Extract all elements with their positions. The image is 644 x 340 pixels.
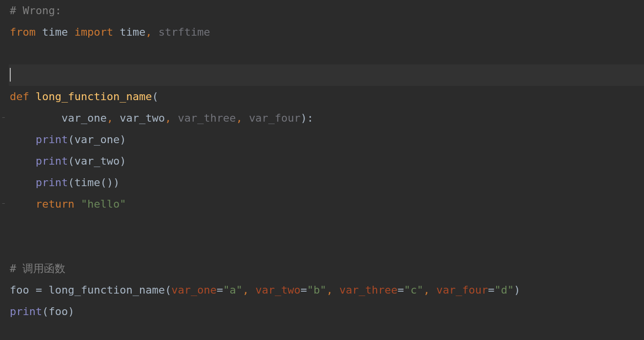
punct-token: )	[113, 176, 120, 189]
gutter: − −	[0, 0, 9, 340]
code-line[interactable]	[9, 236, 644, 258]
punct-token: )	[68, 305, 74, 318]
code-line-current[interactable]	[9, 64, 644, 86]
identifier-token: foo	[48, 305, 68, 318]
punct-token: ,	[145, 26, 152, 38]
code-line[interactable]	[9, 215, 644, 236]
keyword-token: import	[74, 26, 113, 38]
indent	[10, 155, 36, 167]
string-token: "a"	[223, 284, 242, 296]
kwarg-token: var_one	[171, 284, 217, 296]
code-line[interactable]	[9, 43, 644, 64]
punct-token: =	[398, 284, 404, 296]
string-token: "b"	[307, 284, 326, 296]
builtin-token: print	[36, 155, 68, 167]
punct-token: (	[100, 176, 106, 189]
string-token: "c"	[404, 284, 423, 296]
unused-param-token: var_four	[249, 112, 301, 124]
code-line[interactable]: print(var_two)	[9, 150, 644, 172]
identifier-token: time	[120, 26, 145, 38]
indent	[10, 176, 36, 189]
identifier-token: var_one	[74, 133, 120, 146]
code-line[interactable]: # 调用函数	[9, 258, 644, 279]
punct-token: ,	[236, 112, 242, 124]
identifier-token: foo	[10, 284, 29, 296]
identifier-token: var_two	[74, 155, 120, 167]
punct-token: ,	[326, 284, 333, 296]
punct-token: (	[165, 284, 171, 296]
keyword-token: return	[36, 198, 74, 210]
punct-token: ,	[423, 284, 430, 296]
code-line[interactable]: print(foo)	[9, 301, 644, 322]
code-line[interactable]: print(time())	[9, 172, 644, 193]
indent	[10, 198, 36, 210]
indent	[10, 133, 36, 146]
punct-token: (	[68, 155, 74, 167]
unused-identifier-token: strftime	[159, 26, 210, 38]
string-token: "hello"	[81, 198, 126, 210]
unused-param-token: var_three	[178, 112, 236, 124]
kwarg-token: var_four	[436, 284, 488, 296]
punct-token: )	[107, 176, 113, 189]
comment-token: # Wrong:	[10, 4, 61, 17]
punct-token: )	[120, 133, 126, 146]
punct-token: ,	[242, 284, 249, 296]
fold-marker-icon[interactable]: −	[2, 115, 7, 120]
code-line[interactable]: foo = long_function_name(var_one="a", va…	[9, 279, 644, 301]
punct-token: =	[301, 284, 307, 296]
builtin-token: print	[36, 133, 68, 146]
punct-token: (	[152, 90, 158, 103]
code-line[interactable]: from time import time, strftime	[9, 21, 644, 43]
punct-token: =	[36, 284, 42, 296]
punct-token: =	[217, 284, 223, 296]
function-call-token: long_function_name	[49, 284, 165, 296]
code-line[interactable]: var_one, var_two, var_three, var_four):	[9, 107, 644, 129]
punct-token: (	[68, 176, 74, 189]
kwarg-token: var_three	[340, 284, 398, 296]
identifier-token: time	[74, 176, 100, 189]
punct-token: (	[68, 133, 74, 146]
punct-token: ,	[107, 112, 113, 124]
punct-token: =	[488, 284, 494, 296]
comment-token: # 调用函数	[10, 262, 66, 275]
code-line[interactable]: return "hello"	[9, 193, 644, 215]
builtin-token: print	[10, 305, 42, 318]
keyword-token: def	[10, 90, 29, 103]
code-line[interactable]: # Wrong:	[9, 0, 644, 21]
punct-token: )	[514, 284, 520, 296]
caret-icon	[10, 68, 11, 82]
punct-token: )	[120, 155, 126, 167]
function-decl-token: long_function_name	[36, 90, 152, 103]
keyword-token: from	[10, 26, 36, 38]
builtin-token: print	[36, 176, 68, 189]
punct-token: (	[42, 305, 48, 318]
param-token: var_two	[120, 112, 165, 124]
string-token: "d"	[495, 284, 514, 296]
param-token: var_one	[61, 112, 107, 124]
punct-token: :	[307, 112, 313, 124]
punct-token: )	[301, 112, 307, 124]
code-editor[interactable]: − − # Wrong: from time import time, strf…	[0, 0, 644, 340]
indent	[10, 112, 61, 124]
punct-token: ,	[165, 112, 171, 124]
identifier-token: time	[42, 26, 68, 38]
kwarg-token: var_two	[255, 284, 301, 296]
fold-marker-icon[interactable]: −	[2, 201, 7, 206]
code-line[interactable]: print(var_one)	[9, 129, 644, 150]
code-line[interactable]: def long_function_name(	[9, 86, 644, 107]
code-area[interactable]: # Wrong: from time import time, strftime…	[9, 0, 644, 322]
